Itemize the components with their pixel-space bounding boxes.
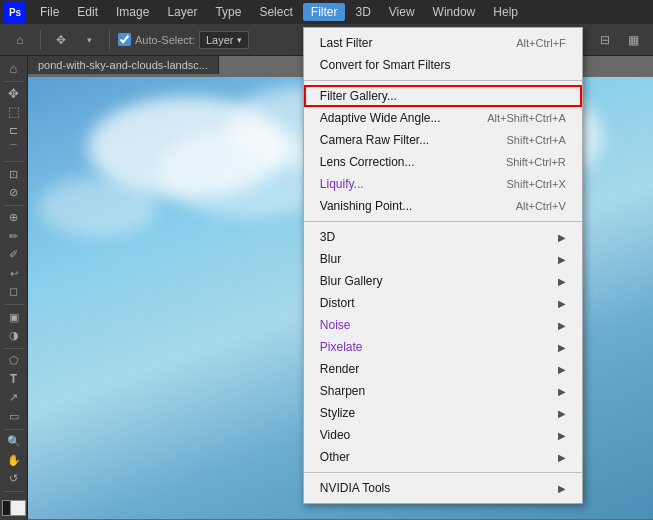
auto-select-checkbox[interactable] bbox=[118, 33, 131, 46]
tool-sep-6 bbox=[4, 491, 24, 492]
filter-3d[interactable]: 3D ▶ bbox=[304, 226, 582, 248]
separator-1 bbox=[304, 80, 582, 81]
menu-layer[interactable]: Layer bbox=[159, 3, 205, 21]
layer-dropdown[interactable]: Layer ▾ bbox=[199, 31, 250, 49]
tool-type[interactable]: T bbox=[2, 371, 26, 388]
filter-camera-raw[interactable]: Camera Raw Filter... Shift+Ctrl+A bbox=[304, 129, 582, 151]
toolbar-sep-1 bbox=[40, 30, 41, 50]
app-logo: Ps bbox=[4, 1, 26, 23]
filter-last-filter[interactable]: Last Filter Alt+Ctrl+F bbox=[304, 32, 582, 54]
tool-move[interactable]: ✥ bbox=[2, 85, 26, 102]
menu-image[interactable]: Image bbox=[108, 3, 157, 21]
toolbox: ⌂ ✥ ⬚ ⊏ ⌒ ⊡ ⊘ ⊕ ✏ ✐ ↩ ◻ ▣ ◑ ⬠ T ↗ ▭ 🔍 ✋ … bbox=[0, 56, 28, 520]
filter-sharpen[interactable]: Sharpen ▶ bbox=[304, 380, 582, 402]
filter-pixelate[interactable]: Pixelate ▶ bbox=[304, 336, 582, 358]
tool-crop[interactable]: ⊡ bbox=[2, 166, 26, 183]
tool-shape[interactable]: ▭ bbox=[2, 408, 26, 425]
separator-2 bbox=[304, 221, 582, 222]
filter-liquify[interactable]: Liquify... Shift+Ctrl+X bbox=[304, 173, 582, 195]
tool-dodge[interactable]: ◑ bbox=[2, 327, 26, 344]
menu-window[interactable]: Window bbox=[425, 3, 484, 21]
filter-stylize[interactable]: Stylize ▶ bbox=[304, 402, 582, 424]
tool-gradient[interactable]: ▣ bbox=[2, 309, 26, 326]
filter-other[interactable]: Other ▶ bbox=[304, 446, 582, 468]
filter-blur[interactable]: Blur ▶ bbox=[304, 248, 582, 270]
auto-select-label: Auto-Select: bbox=[118, 33, 195, 46]
tool-magic-wand[interactable]: ⌒ bbox=[2, 141, 26, 158]
tool-history-brush[interactable]: ↩ bbox=[2, 265, 26, 282]
tool-brush[interactable]: ✏ bbox=[2, 228, 26, 245]
color-swatches[interactable] bbox=[2, 500, 26, 517]
tool-zoom[interactable]: 🔍 bbox=[2, 433, 26, 450]
filter-noise[interactable]: Noise ▶ bbox=[304, 314, 582, 336]
menu-3d[interactable]: 3D bbox=[347, 3, 378, 21]
auto-select-text: Auto-Select: bbox=[135, 34, 195, 46]
tool-eyedropper[interactable]: ⊘ bbox=[2, 184, 26, 201]
tool-sep-2 bbox=[4, 205, 24, 206]
tool-sep-4 bbox=[4, 348, 24, 349]
align-right-icon[interactable]: ▦ bbox=[621, 28, 645, 52]
menu-filter[interactable]: Filter bbox=[303, 3, 346, 21]
home-icon[interactable]: ⌂ bbox=[8, 28, 32, 52]
tool-lasso[interactable]: ⊏ bbox=[2, 122, 26, 139]
tool-stamp[interactable]: ✐ bbox=[2, 247, 26, 264]
filter-dropdown-menu: Last Filter Alt+Ctrl+F Convert for Smart… bbox=[303, 27, 583, 504]
toolbar-sep-2 bbox=[109, 30, 110, 50]
move-caret[interactable]: ▾ bbox=[77, 28, 101, 52]
tool-sep-0 bbox=[4, 81, 24, 82]
menu-edit[interactable]: Edit bbox=[69, 3, 106, 21]
align-center-icon[interactable]: ⊟ bbox=[593, 28, 617, 52]
tool-sep-5 bbox=[4, 429, 24, 430]
filter-nvidia-tools[interactable]: NVIDIA Tools ▶ bbox=[304, 477, 582, 499]
filter-distort[interactable]: Distort ▶ bbox=[304, 292, 582, 314]
menu-select[interactable]: Select bbox=[251, 3, 300, 21]
filter-render[interactable]: Render ▶ bbox=[304, 358, 582, 380]
filter-gallery[interactable]: Filter Gallery... bbox=[304, 85, 582, 107]
tool-heal[interactable]: ⊕ bbox=[2, 210, 26, 227]
tool-hand[interactable]: ✋ bbox=[2, 452, 26, 469]
canvas-tab[interactable]: pond-with-sky-and-clouds-landsc... bbox=[28, 56, 219, 74]
move-icon[interactable]: ✥ bbox=[49, 28, 73, 52]
menu-bar: Ps File Edit Image Layer Type Select Fil… bbox=[0, 0, 653, 24]
filter-convert-smart[interactable]: Convert for Smart Filters bbox=[304, 54, 582, 76]
menu-view[interactable]: View bbox=[381, 3, 423, 21]
menu-help[interactable]: Help bbox=[485, 3, 526, 21]
menu-file[interactable]: File bbox=[32, 3, 67, 21]
tool-path-select[interactable]: ↗ bbox=[2, 390, 26, 407]
filter-lens-correction[interactable]: Lens Correction... Shift+Ctrl+R bbox=[304, 151, 582, 173]
filter-adaptive-wide[interactable]: Adaptive Wide Angle... Alt+Shift+Ctrl+A bbox=[304, 107, 582, 129]
menu-type[interactable]: Type bbox=[207, 3, 249, 21]
tool-sep-1 bbox=[4, 161, 24, 162]
background-color[interactable] bbox=[10, 500, 26, 516]
filter-blur-gallery[interactable]: Blur Gallery ▶ bbox=[304, 270, 582, 292]
separator-3 bbox=[304, 472, 582, 473]
tool-marquee[interactable]: ⬚ bbox=[2, 104, 26, 121]
tool-rotate[interactable]: ↺ bbox=[2, 470, 26, 487]
tool-eraser[interactable]: ◻ bbox=[2, 284, 26, 301]
filter-vanishing-point[interactable]: Vanishing Point... Alt+Ctrl+V bbox=[304, 195, 582, 217]
filter-video[interactable]: Video ▶ bbox=[304, 424, 582, 446]
tool-sep-3 bbox=[4, 304, 24, 305]
tool-pen[interactable]: ⬠ bbox=[2, 353, 26, 370]
tool-home[interactable]: ⌂ bbox=[2, 60, 26, 77]
